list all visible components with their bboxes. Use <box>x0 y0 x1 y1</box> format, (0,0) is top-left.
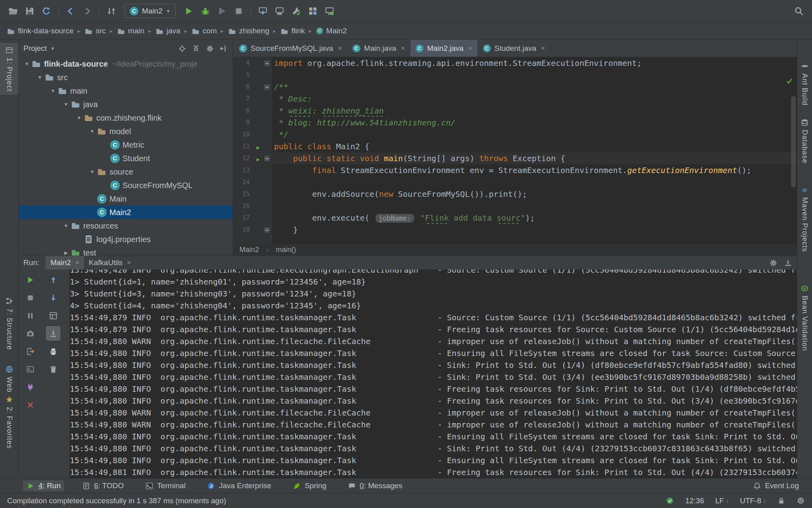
expand-arrow-icon[interactable]: ▼ <box>61 223 71 229</box>
forward-button[interactable] <box>79 3 96 19</box>
window-import-button[interactable] <box>255 3 271 19</box>
camera-button[interactable] <box>23 326 37 341</box>
event-log-button[interactable]: Event Log <box>749 480 802 491</box>
locate-icon[interactable] <box>178 44 186 53</box>
toolwindow-button-database[interactable]: Database <box>797 115 812 167</box>
plug-button[interactable] <box>23 380 37 394</box>
toolwindow-button-web[interactable]: Web <box>0 362 18 396</box>
tree-item-sourcefrommysql[interactable]: CSourceFromMySQL <box>19 179 233 192</box>
close-icon[interactable]: × <box>127 259 131 267</box>
synchronize-button[interactable] <box>38 3 55 19</box>
toolwindow-button-2-favorites[interactable]: 2: Favorites <box>0 392 18 452</box>
toolwindow-button-spring[interactable]: Spring <box>289 480 330 491</box>
grid-button[interactable] <box>304 3 321 19</box>
breadcrumb-item-src[interactable]: src <box>84 27 105 35</box>
expand-arrow-icon[interactable]: ▼ <box>48 88 58 94</box>
run-tab-kafkautils[interactable]: KafkaUtils× <box>84 256 136 269</box>
line-ending-selector[interactable]: LF↕ <box>715 496 729 505</box>
editor-tab-student-java[interactable]: CStudent.java× <box>478 40 551 57</box>
code-area[interactable]: 4import org.apache.flink.streaming.api.e… <box>233 57 797 244</box>
stop-dim-button[interactable] <box>23 291 37 305</box>
toolwindow-button-run[interactable]: 4: Run <box>23 480 64 491</box>
window-export-button[interactable] <box>271 3 288 19</box>
toolwindow-button-1-project[interactable]: 1: Project <box>0 43 18 95</box>
breadcrumb-item-flink-data-source[interactable]: flink-data-source <box>6 27 73 35</box>
tree-item-main2[interactable]: CMain2 <box>19 206 233 219</box>
tree-item-test[interactable]: ▶test <box>19 246 233 256</box>
close-icon[interactable]: × <box>338 44 342 52</box>
open-button[interactable] <box>5 3 21 19</box>
rerun-button[interactable] <box>23 273 37 287</box>
pause-button[interactable] <box>23 308 37 323</box>
toolwindow-button-terminal[interactable]: Terminal <box>142 480 189 491</box>
fold-icon[interactable] <box>264 227 270 233</box>
gear-icon[interactable] <box>206 44 214 53</box>
wrench-check-button[interactable] <box>288 3 304 19</box>
breadcrumb-item-com[interactable]: com <box>191 27 217 35</box>
lock-icon[interactable] <box>777 496 785 505</box>
tree-item-main[interactable]: CMain <box>19 192 233 206</box>
breadcrumb-method[interactable]: main() <box>276 246 296 254</box>
tree-item-model[interactable]: ▼model <box>19 125 233 138</box>
tree-item-log4j-properties[interactable]: log4j.properties <box>19 233 233 246</box>
stop-button[interactable] <box>230 3 247 19</box>
breadcrumb-item-java[interactable]: java <box>155 27 180 35</box>
up-button[interactable] <box>46 273 60 287</box>
close-icon[interactable]: × <box>75 259 79 267</box>
hide-icon[interactable] <box>220 44 228 53</box>
debug-button[interactable] <box>197 3 214 19</box>
toolwindow-button-java-enterprise[interactable]: JJava Enterprise <box>203 480 275 491</box>
fold-icon[interactable] <box>264 156 270 161</box>
tree-item-source[interactable]: ▼source <box>19 165 233 179</box>
run-tab-main2[interactable]: Main2× <box>46 256 84 269</box>
expand-arrow-icon[interactable]: ▼ <box>74 115 84 121</box>
toolwindow-button-bean-validation[interactable]: Bean Validation <box>797 281 812 354</box>
editor-tab-main2-java[interactable]: CMain2.java× <box>410 40 478 57</box>
save-all-button[interactable] <box>21 3 38 19</box>
toolwindow-button-maven-projects[interactable]: mMaven Projects <box>797 183 812 255</box>
toolwindow-button-todo[interactable]: 6: TODO <box>79 480 127 491</box>
fold-icon[interactable] <box>264 85 270 90</box>
dock-icon[interactable] <box>784 259 792 267</box>
tree-item-java[interactable]: ▼java <box>19 98 233 111</box>
tree-item-student[interactable]: CStudent <box>19 152 233 165</box>
expand-arrow-icon[interactable]: ▶ <box>61 250 71 256</box>
tree-item-src[interactable]: ▼src <box>19 71 233 84</box>
tree-item-main[interactable]: ▼main <box>19 84 233 98</box>
breadcrumb-item-main[interactable]: main <box>117 27 144 35</box>
run-line-icon[interactable]: ▶ <box>257 156 260 162</box>
exit-button[interactable] <box>23 344 37 358</box>
tree-item-flink-data-source[interactable]: ▼flink-data-source~/IdeaProjects/my_proj… <box>19 57 233 71</box>
run-console[interactable]: 15:54:49,420 INFO org.apache.flink.runti… <box>70 269 797 478</box>
search-button[interactable] <box>791 3 807 19</box>
inspection-status-icon[interactable] <box>666 496 674 505</box>
inspections-ok-icon[interactable] <box>785 77 793 85</box>
expand-arrow-icon[interactable]: ▼ <box>35 75 45 80</box>
expand-arrow-icon[interactable]: ▼ <box>22 61 32 67</box>
editor-scrollbar[interactable] <box>791 96 796 187</box>
editor-tab-main-java[interactable]: CMain.java× <box>347 40 410 57</box>
breadcrumb-item-flink[interactable]: flink <box>280 27 305 35</box>
updown-button[interactable] <box>103 3 120 19</box>
close-icon[interactable]: × <box>401 44 405 52</box>
expand-arrow-icon[interactable]: ▼ <box>87 129 97 134</box>
tree-item-metric[interactable]: CMetric <box>19 138 233 152</box>
toolwindow-button-7-structure[interactable]: 7: Structure <box>0 294 18 353</box>
monitor-button[interactable] <box>321 3 338 19</box>
hector-inspector-icon[interactable] <box>797 496 805 505</box>
print-button[interactable] <box>46 344 60 358</box>
close-red-button[interactable] <box>23 398 37 412</box>
restore-button[interactable] <box>46 308 60 323</box>
editor-tab-sourcefrommysql-java[interactable]: CSourceFromMySQL.java× <box>234 40 347 57</box>
breadcrumb-item-main2[interactable]: CMain2 <box>316 27 347 35</box>
back-button[interactable] <box>62 3 79 19</box>
gear-icon[interactable] <box>769 259 778 267</box>
toolwindow-button-ant-build[interactable]: Ant Build <box>797 59 812 109</box>
close-icon[interactable]: × <box>468 44 472 52</box>
breadcrumb-item-zhisheng[interactable]: zhisheng <box>228 27 269 35</box>
chevron-down-icon[interactable]: ▼ <box>50 46 55 51</box>
fold-icon[interactable] <box>264 61 270 66</box>
trash-button[interactable] <box>46 362 60 376</box>
expand-arrow-icon[interactable]: ▼ <box>61 102 71 107</box>
coverage-button[interactable] <box>214 3 230 19</box>
